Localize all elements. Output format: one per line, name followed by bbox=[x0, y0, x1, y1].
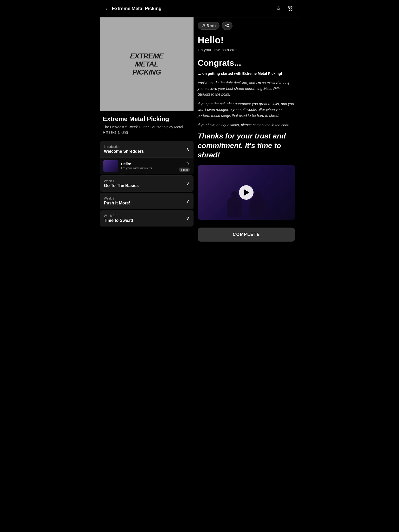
chevron-down-icon-week3: ∨ bbox=[186, 216, 189, 221]
section-introduction-header[interactable]: Introduction Welcome Shredders ∧ bbox=[100, 141, 194, 157]
thumbnail-inner: EXTREME METAL PICKING bbox=[100, 17, 194, 111]
section-header-content: Introduction Welcome Shredders bbox=[104, 145, 144, 154]
section-week3-header[interactable]: Week 3 Time to Sweat! ∨ bbox=[100, 210, 194, 227]
content-italic-heading: Thanks for your trust and commitment. It… bbox=[198, 131, 295, 160]
share-button[interactable]: ⛓ bbox=[286, 4, 294, 13]
silhouette-person-2 bbox=[250, 196, 266, 217]
section-title-week2: Push It More! bbox=[104, 201, 130, 205]
content-heading-congrats: Congrats... bbox=[198, 58, 295, 68]
lesson-star-icon[interactable]: ☆ bbox=[186, 160, 190, 166]
time-badge: ⏱ 5 min bbox=[198, 22, 220, 30]
section-title-week1: Go To The Basics bbox=[104, 183, 139, 188]
chevron-up-icon: ∧ bbox=[186, 147, 189, 152]
header-title: Extreme Metal Picking bbox=[112, 6, 162, 11]
section-header-content-week1: Week 1 Go To The Basics bbox=[104, 179, 139, 188]
left-column: EXTREME METAL PICKING Extreme Metal Pick… bbox=[100, 17, 194, 262]
chevron-down-icon-week2: ∨ bbox=[186, 198, 189, 204]
favorite-button[interactable]: ☆ bbox=[275, 4, 282, 13]
section-header-content-week3: Week 3 Time to Sweat! bbox=[104, 214, 133, 223]
share-icon: ⛓ bbox=[287, 5, 293, 12]
section-label-week3: Week 3 bbox=[104, 214, 133, 218]
section-title-introduction: Welcome Shredders bbox=[104, 149, 144, 154]
silhouette-person-1 bbox=[227, 196, 242, 217]
back-icon: ‹ bbox=[106, 6, 108, 12]
lesson-thumb-image bbox=[103, 160, 118, 172]
lesson-duration: 5 min bbox=[179, 168, 190, 172]
header-actions: ☆ ⛓ bbox=[275, 4, 294, 13]
sections-list: Introduction Welcome Shredders ∧ Hello! … bbox=[100, 141, 194, 227]
section-week2: Week 2 Push It More! ∨ bbox=[100, 193, 194, 209]
video-preview[interactable] bbox=[198, 165, 295, 220]
section-week3: Week 3 Time to Sweat! ∨ bbox=[100, 210, 194, 227]
section-label-week2: Week 2 bbox=[104, 197, 130, 200]
lesson-title: Hello! bbox=[121, 162, 176, 166]
header-left: ‹ Extreme Metal Picking bbox=[105, 5, 162, 13]
content-bold-text: … on getting started with Extreme Metal … bbox=[198, 71, 295, 76]
video-silhouette bbox=[198, 182, 295, 220]
complete-button[interactable]: COMPLETE bbox=[198, 228, 295, 242]
logo-line-1: EXTREME bbox=[130, 52, 163, 60]
content-subtitle: I'm your new instructor bbox=[198, 48, 295, 52]
content-italic-text3: If you have any questions, please contac… bbox=[198, 122, 295, 128]
link-icon: ⛓ bbox=[225, 23, 229, 28]
section-introduction: Introduction Welcome Shredders ∧ Hello! … bbox=[100, 141, 194, 174]
content-italic-text1: You've made the right decision, and I'm … bbox=[198, 80, 295, 97]
content-italic-text2: If you put the attitude I guarantee you … bbox=[198, 101, 295, 118]
course-title: Extreme Metal Picking bbox=[103, 115, 190, 123]
clock-icon: ⏱ bbox=[202, 24, 205, 28]
content-heading-hello: Hello! bbox=[198, 35, 295, 45]
lesson-thumbnail bbox=[103, 160, 118, 172]
section-label-introduction: Introduction bbox=[104, 145, 144, 149]
chevron-down-icon-week1: ∨ bbox=[186, 181, 189, 187]
course-thumbnail: EXTREME METAL PICKING bbox=[100, 17, 194, 111]
course-info: Extreme Metal Picking The Heaviest 5-Wee… bbox=[100, 111, 194, 138]
course-subtitle: The Heaviest 5-Week Guitar Course to pla… bbox=[103, 125, 190, 135]
section-header-content-week2: Week 2 Push It More! bbox=[104, 197, 130, 205]
course-logo: EXTREME METAL PICKING bbox=[127, 50, 166, 79]
lesson-description: I'm your new instructor bbox=[121, 167, 176, 170]
section-week2-header[interactable]: Week 2 Push It More! ∨ bbox=[100, 193, 194, 209]
section-week1: Week 1 Go To The Basics ∨ bbox=[100, 175, 194, 192]
right-column: ⏱ 5 min ⛓ Hello! I'm your new instructor… bbox=[194, 17, 299, 262]
lesson-hello[interactable]: Hello! I'm your new instructor ☆ 5 min bbox=[100, 157, 194, 174]
main-layout: EXTREME METAL PICKING Extreme Metal Pick… bbox=[100, 17, 299, 262]
back-button[interactable]: ‹ bbox=[105, 5, 109, 13]
section-label-week1: Week 1 bbox=[104, 179, 139, 183]
meta-badges: ⏱ 5 min ⛓ bbox=[198, 22, 295, 30]
link-badge[interactable]: ⛓ bbox=[222, 22, 232, 30]
logo-line-3: PICKING bbox=[130, 68, 163, 76]
app-header: ‹ Extreme Metal Picking ☆ ⛓ bbox=[100, 0, 299, 17]
section-title-week3: Time to Sweat! bbox=[104, 218, 133, 223]
lesson-info: Hello! I'm your new instructor bbox=[121, 162, 176, 170]
logo-line-2: METAL bbox=[130, 60, 163, 68]
section-week1-header[interactable]: Week 1 Go To The Basics ∨ bbox=[100, 176, 194, 192]
lesson-meta: ☆ 5 min bbox=[179, 160, 190, 172]
time-value: 5 min bbox=[207, 24, 216, 28]
star-icon: ☆ bbox=[276, 5, 281, 12]
